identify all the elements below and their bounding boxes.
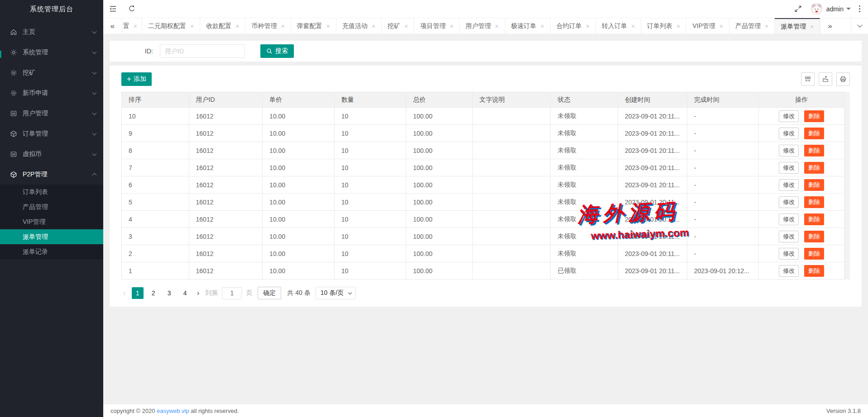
sidebar-submenu-item[interactable]: 派单记录 [0,244,103,259]
edit-button[interactable]: 修改 [779,110,799,122]
cell-created_at: 2023-09-01 20:11... [618,176,687,194]
search-button[interactable]: 搜索 [260,44,294,58]
delete-button[interactable]: 删除 [804,265,824,277]
tab[interactable]: 充值活动 × [336,18,382,34]
tab[interactable]: 派单管理 × [775,18,820,34]
delete-button[interactable]: 删除 [804,231,824,242]
close-icon[interactable]: × [810,24,814,30]
edit-button[interactable]: 修改 [779,248,799,260]
page-number[interactable]: 1 [132,287,144,299]
sidebar-submenu-item[interactable]: 订单列表 [0,185,103,199]
sidebar-menu-item[interactable]: 主页 [0,22,103,42]
sidebar-menu-item[interactable]: 新币申请 [0,83,103,103]
page-number[interactable]: 3 [163,287,175,299]
delete-button[interactable]: 删除 [804,145,824,156]
delete-button[interactable]: 删除 [804,196,824,208]
close-icon[interactable]: × [134,23,137,29]
tab-truncated[interactable]: 置 × [122,18,142,34]
tab[interactable]: 订单列表 × [641,18,686,34]
more-options-icon[interactable] [851,0,868,18]
refresh-icon[interactable] [122,0,141,18]
goto-page-input[interactable] [222,287,242,299]
close-icon[interactable]: × [281,23,284,29]
tab[interactable]: 合约订单 × [551,18,596,34]
chevron-down-icon [92,110,97,115]
add-button[interactable]: + 添加 [121,72,152,86]
close-icon[interactable]: × [586,23,590,29]
tabs-scroll-right-button[interactable]: » [820,18,839,34]
confirm-page-button[interactable]: 确定 [258,287,281,299]
page-size-select[interactable]: 10 条/页 [316,287,356,299]
export-button[interactable] [819,72,832,86]
sidebar-menu-item[interactable]: 订单管理 [0,123,103,144]
close-icon[interactable]: × [326,23,330,29]
sidebar-submenu-item[interactable]: 产品管理 [0,199,103,214]
tab[interactable]: 二元期权配置 × [142,18,200,34]
edit-button[interactable]: 修改 [779,231,799,242]
delete-button[interactable]: 删除 [804,128,824,139]
tab[interactable]: 用户管理 × [460,18,505,34]
column-header: 排序 [122,92,189,108]
sidebar-submenu-item[interactable]: VIP管理 [0,214,103,229]
columns-toggle-button[interactable] [801,72,815,86]
edit-button[interactable]: 修改 [779,213,799,225]
tab[interactable]: 转入订单 × [596,18,641,34]
fullscreen-icon[interactable] [789,0,808,18]
user-menu[interactable]: admin [826,5,851,13]
tab[interactable]: VIP管理 × [686,18,729,34]
page-number[interactable]: 2 [148,287,159,299]
footer-link[interactable]: easyweb.vip [157,408,189,414]
sidebar-menu-item[interactable]: 挖矿 [0,62,103,83]
cog-icon [10,69,17,76]
tab[interactable]: 弹窗配置 × [291,18,336,34]
close-icon[interactable]: × [404,23,408,29]
edit-button[interactable]: 修改 [779,265,799,277]
edit-button[interactable]: 修改 [779,196,799,208]
sidebar-menu-item[interactable]: 系统管理 [0,42,103,62]
delete-button[interactable]: 删除 [804,110,824,122]
close-icon[interactable]: × [495,23,499,29]
next-page-button[interactable]: › [195,289,201,298]
edit-button[interactable]: 修改 [779,162,799,174]
sidebar-menu-item[interactable]: P2P管理 [0,164,103,185]
close-icon[interactable]: × [450,23,453,29]
page-number[interactable]: 4 [179,287,191,299]
edit-button[interactable]: 修改 [779,128,799,139]
print-button[interactable] [836,72,850,86]
close-icon[interactable]: × [235,23,239,29]
edit-button[interactable]: 修改 [779,145,799,156]
sidebar-menu-item[interactable]: 虚拟币 [0,144,103,164]
close-icon[interactable]: × [541,23,544,29]
tab[interactable]: 项目管理 × [414,18,460,34]
delete-button[interactable]: 删除 [804,162,824,174]
tab[interactable]: 收款配置 × [200,18,245,34]
close-icon[interactable]: × [372,23,375,29]
cell-description [472,262,551,280]
collapse-sidebar-icon[interactable] [103,0,122,18]
cell-user_id: 16012 [189,176,263,194]
tabs-scroll-left-button[interactable]: « [103,18,122,34]
export-icon [822,76,829,83]
tab[interactable]: 极速订单 × [505,18,551,34]
close-icon[interactable]: × [190,23,194,29]
edit-button[interactable]: 修改 [779,179,799,191]
close-icon[interactable]: × [719,23,723,29]
tab[interactable]: 挖矿 × [382,18,414,34]
prev-page-button[interactable]: ‹ [121,289,128,298]
table-vertical-scrollbar[interactable] [844,92,850,280]
delete-button[interactable]: 删除 [804,179,824,191]
sidebar-menu-item[interactable]: 用户管理 [0,103,103,123]
tab[interactable]: 币种管理 × [245,18,291,34]
tab[interactable]: 产品管理 × [729,18,775,34]
table-row: 31601210.00 10100.00 未领取2023-09-01 20:11… [122,228,844,245]
close-icon[interactable]: × [676,23,680,29]
sidebar-submenu-item[interactable]: 派单管理 [0,229,103,244]
close-icon[interactable]: × [631,23,635,29]
cell-unit_price: 10.00 [263,194,335,211]
delete-button[interactable]: 删除 [804,248,824,260]
search-input[interactable] [160,44,245,58]
delete-button[interactable]: 删除 [804,213,824,225]
avatar[interactable] [810,3,823,15]
tab-list-dropdown-button[interactable] [851,18,868,34]
close-icon[interactable]: × [765,23,768,29]
